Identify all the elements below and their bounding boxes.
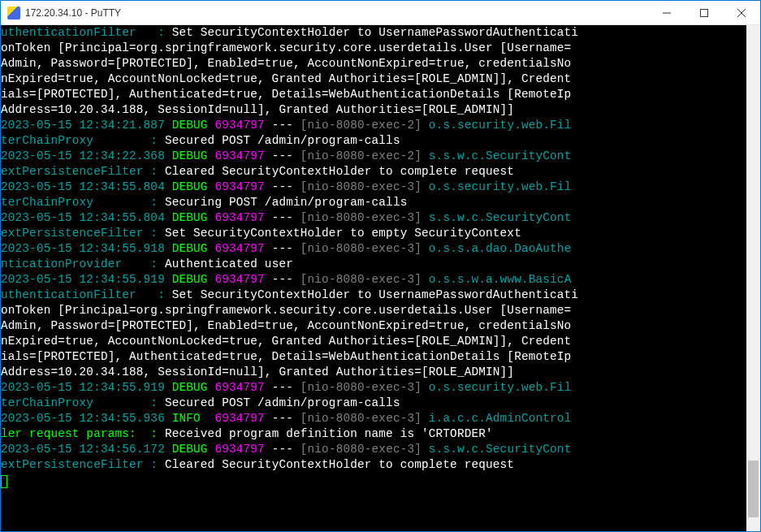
scrollbar[interactable] <box>746 25 760 531</box>
titlebar[interactable]: 172.20.34.10 - PuTTY <box>1 1 760 25</box>
close-button[interactable] <box>723 1 760 25</box>
putty-window: 172.20.34.10 - PuTTY uthenticationFilter… <box>0 0 761 532</box>
svg-rect-1 <box>701 9 708 16</box>
window-controls <box>648 1 760 25</box>
maximize-button[interactable] <box>685 1 723 25</box>
terminal-area: uthenticationFilter : Set SecurityContex… <box>1 25 760 531</box>
minimize-button[interactable] <box>648 1 685 25</box>
scrollbar-thumb[interactable] <box>748 461 759 517</box>
putty-icon <box>7 6 20 19</box>
terminal-output[interactable]: uthenticationFilter : Set SecurityContex… <box>1 25 746 531</box>
window-title: 172.20.34.10 - PuTTY <box>25 7 648 19</box>
